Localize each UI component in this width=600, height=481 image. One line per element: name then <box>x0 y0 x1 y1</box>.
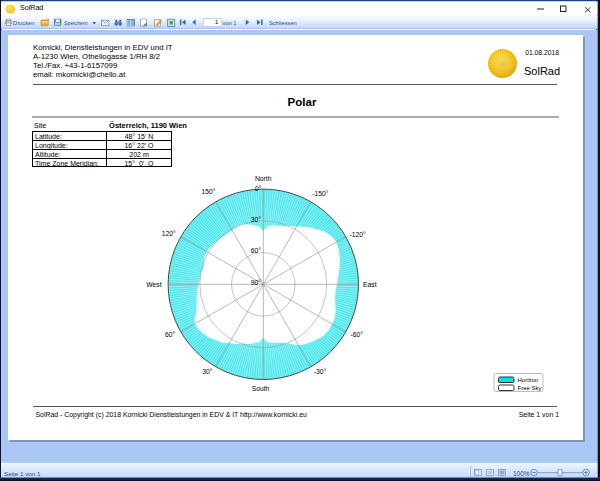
svg-text:West: West <box>146 281 161 288</box>
svg-text:90°: 90° <box>251 279 262 286</box>
svg-text:150°: 150° <box>202 188 216 195</box>
svg-text:120°: 120° <box>162 230 176 237</box>
svg-text:-120°: -120° <box>349 231 366 238</box>
svg-text:North: North <box>255 175 272 182</box>
svg-text:-150°: -150° <box>312 190 329 197</box>
svg-text:60°: 60° <box>165 331 176 338</box>
svg-text:-60°: -60° <box>350 331 363 338</box>
svg-text:East: East <box>363 281 377 288</box>
svg-text:30°: 30° <box>251 216 262 223</box>
svg-text:South: South <box>252 385 270 392</box>
svg-text:60°: 60° <box>251 247 262 254</box>
svg-text:30°: 30° <box>202 368 213 375</box>
svg-text:0°: 0° <box>255 185 262 192</box>
svg-text:-30°: -30° <box>314 368 327 375</box>
